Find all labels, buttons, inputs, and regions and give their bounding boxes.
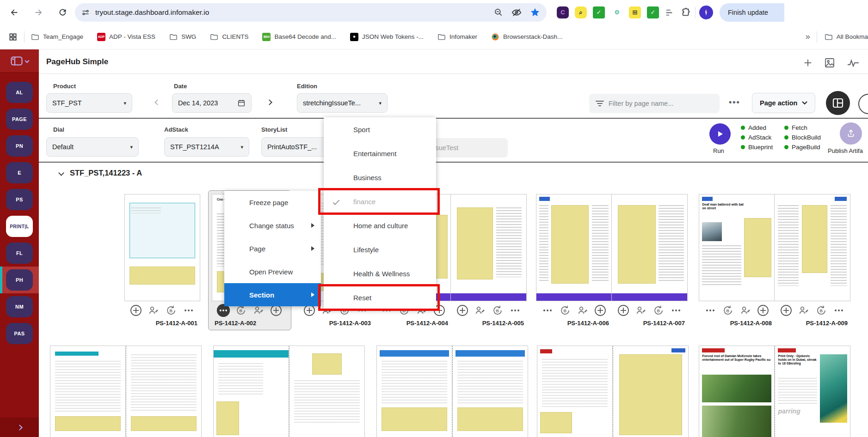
page-thumbnail[interactable] [537, 346, 613, 437]
bookmark-all-bookmarks[interactable]: All Bookma [825, 33, 868, 41]
page-thumbnail[interactable] [124, 194, 200, 301]
page-card[interactable] [126, 346, 202, 437]
gear-teal-ext-icon[interactable]: ⚙ [611, 6, 623, 18]
sidebar-item-nm[interactable]: NM [0, 293, 39, 320]
submenu-item-reset[interactable]: Reset [324, 285, 436, 310]
rebuild-icon[interactable]: B [491, 303, 505, 317]
page-card[interactable]: BPS-1412-A-009 [775, 194, 850, 327]
sidebar-item-pas[interactable]: PAS [0, 320, 39, 347]
check-green-ext-icon[interactable]: ✓ [593, 6, 605, 18]
activity-pulse-icon[interactable] [847, 57, 859, 69]
reload-button[interactable] [55, 5, 70, 20]
profile-avatar[interactable] [699, 6, 713, 19]
page-card[interactable] [613, 346, 689, 437]
page-action-button[interactable]: Page action [752, 93, 815, 113]
page-card[interactable]: Deaf man battered with bat on streetBPS-… [699, 194, 775, 327]
page-thumbnail[interactable] [452, 346, 528, 437]
page-thumbnail[interactable] [289, 346, 365, 437]
submenu-item-finance[interactable]: finance [324, 189, 436, 213]
sidebar-item-al[interactable]: AL [0, 79, 39, 106]
eye-off-icon[interactable] [511, 7, 522, 18]
sidebar-item-e[interactable]: E [0, 159, 39, 186]
layout-grid-button[interactable] [826, 91, 850, 115]
site-settings-icon[interactable] [81, 8, 90, 17]
bookmark-team-engage[interactable]: Team_Engage [31, 33, 83, 41]
rebuild-icon[interactable]: B [652, 303, 665, 317]
add-icon[interactable] [802, 57, 814, 69]
add-page-icon[interactable] [456, 303, 469, 317]
bookmark-json-web-tokens-[interactable]: ✺JSON Web Tokens -... [350, 33, 424, 41]
assign-user-icon[interactable] [147, 303, 160, 317]
page-card[interactable]: BPS-1412-A-005 [451, 194, 527, 327]
product-select[interactable]: STF_PST▾ [46, 93, 132, 113]
sidebar-item-ps[interactable]: PS [0, 186, 39, 213]
address-bar[interactable]: tryout.stage.dashboard.infomaker.io [75, 3, 547, 22]
bookmark-browserstack-dash-[interactable]: Browserstack-Dash... [491, 33, 562, 41]
add-page-icon[interactable] [779, 303, 793, 317]
submenu-item-health-wellness[interactable]: Health & Wellness [324, 261, 436, 285]
zoom-out-icon[interactable] [494, 8, 503, 17]
menu-item-open-preview[interactable]: Open Preview [224, 260, 321, 283]
page-card[interactable] [537, 346, 613, 437]
page-card[interactable]: BPS-1412-A-007 [612, 194, 688, 327]
dial-select[interactable]: Default▾ [46, 137, 139, 157]
more-menu-icon[interactable] [703, 303, 717, 317]
prev-date-button[interactable] [154, 99, 160, 105]
menu-item-page[interactable]: Page [224, 237, 321, 260]
section-header[interactable]: STF_PST,141223 - A [59, 169, 142, 177]
bookmark-clients[interactable]: CLIENTS [210, 33, 248, 41]
page-card[interactable]: BPS-1412-A-006 [536, 194, 612, 327]
menu-item-change-status[interactable]: Change status [224, 214, 321, 237]
assign-user-icon[interactable] [576, 303, 590, 317]
idcard-yellow-ext-icon[interactable]: ⊞ [629, 6, 641, 18]
more-menu-icon[interactable] [508, 303, 522, 317]
extensions-puzzle-icon[interactable] [681, 7, 691, 18]
sidebar-item-pn[interactable]: PN [0, 133, 39, 159]
bookmarks-overflow-chevron[interactable]: » [806, 32, 810, 42]
add-page-icon[interactable] [129, 303, 143, 317]
forward-button[interactable] [31, 5, 46, 20]
page-thumbnail[interactable] [213, 346, 289, 437]
magnifier-yellow-ext-icon[interactable]: ⌕ [575, 6, 587, 18]
add-page-icon[interactable] [616, 303, 630, 317]
search-icon[interactable] [858, 94, 868, 114]
page-thumbnail[interactable]: Forced rest of Damian McKenzie takes ent… [699, 346, 775, 437]
page-thumbnail[interactable] [536, 194, 612, 301]
more-options-button[interactable]: ••• [729, 97, 740, 107]
sidebar-toggle[interactable] [0, 49, 39, 73]
apps-grid-icon[interactable] [8, 32, 18, 42]
page-card[interactable] [50, 346, 126, 437]
sidebar-item-page[interactable]: PAGE [0, 106, 39, 133]
page-thumbnail[interactable] [613, 346, 689, 437]
sidebar-item-print-l[interactable]: PRINT|L [0, 213, 39, 240]
assign-user-icon[interactable] [473, 303, 487, 317]
add-page-icon[interactable] [756, 303, 770, 317]
page-card[interactable]: Print Only : Djokovic holds on in Dubai,… [775, 346, 850, 437]
page-card[interactable] [452, 346, 528, 437]
bookmark-adp-vista-ess[interactable]: ADPADP - Vista ESS [97, 33, 155, 41]
image-icon[interactable] [824, 57, 836, 69]
page-thumbnail[interactable]: Deaf man battered with bat on street [699, 194, 775, 301]
page-card[interactable] [289, 346, 365, 437]
more-menu-icon[interactable] [669, 303, 683, 317]
rebuild-icon[interactable]: B [814, 303, 828, 317]
publish-artifact-button[interactable] [840, 122, 862, 145]
submenu-item-business[interactable]: Business [324, 165, 436, 189]
page-thumbnail[interactable] [376, 346, 452, 437]
more-menu-icon[interactable] [182, 303, 196, 317]
submenu-item-sport[interactable]: Sport [324, 117, 436, 141]
submenu-item-home-and-culture[interactable]: Home and culture [324, 213, 436, 237]
list-gray-ext-icon[interactable] [665, 7, 675, 18]
adstack-select[interactable]: STF_PST1214A▾ [164, 137, 249, 157]
date-picker[interactable]: Dec 14, 2023 [172, 93, 252, 113]
rebuild-icon[interactable]: B [721, 303, 735, 317]
bookmark-swg[interactable]: SWG [169, 33, 196, 41]
assign-user-icon[interactable] [797, 303, 811, 317]
submenu-item-entertainment[interactable]: Entertainment [324, 141, 436, 165]
next-date-button[interactable] [266, 99, 272, 105]
sidebar-item-fl[interactable]: FL [0, 240, 39, 267]
submenu-item-lifestyle[interactable]: Lifestyle [324, 237, 436, 261]
menu-item-section[interactable]: Section [224, 283, 321, 306]
url-text[interactable]: tryout.stage.dashboard.infomaker.io [95, 8, 494, 17]
back-button[interactable] [6, 5, 22, 20]
